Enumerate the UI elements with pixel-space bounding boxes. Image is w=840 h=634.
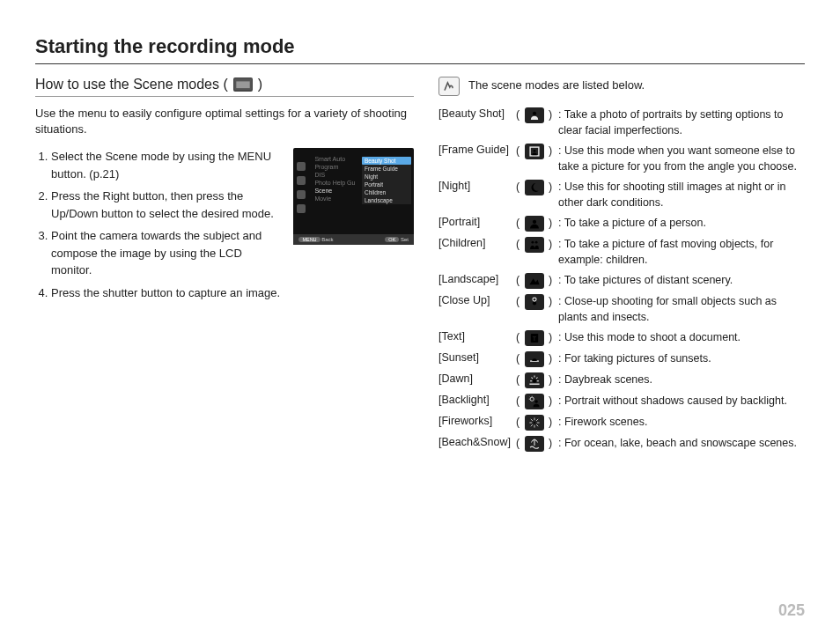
fireworks-icon bbox=[525, 415, 544, 431]
sunset-icon bbox=[525, 351, 544, 367]
scene-icon-cell: ( ) bbox=[516, 370, 558, 391]
table-row: [Text]( ): Use this mode to shoot a docu… bbox=[438, 328, 805, 349]
scene-icon-cell: ( ) bbox=[516, 177, 558, 213]
intro-text: Use the menu to easily configure optimal… bbox=[35, 106, 414, 137]
scene-label: [Portrait] bbox=[438, 213, 516, 234]
scene-label: [Beauty Shot] bbox=[438, 105, 516, 141]
left-column: How to use the Scene modes ( ) Use the m… bbox=[35, 77, 414, 454]
content-columns: How to use the Scene modes ( ) Use the m… bbox=[35, 77, 805, 454]
table-row: [Landscape]( ): To take pictures of dist… bbox=[438, 270, 805, 291]
scene-desc: : To take a picture of a person. bbox=[558, 213, 805, 234]
table-row: [Dawn]( ): Daybreak scenes. bbox=[438, 370, 805, 391]
scene-label: [Children] bbox=[438, 234, 516, 270]
subheading-suffix: ) bbox=[258, 77, 262, 92]
scene-list-table: [Beauty Shot]( ): Take a photo of portra… bbox=[438, 105, 805, 454]
scene-label: [Landscape] bbox=[438, 270, 516, 291]
scene-icon bbox=[233, 77, 253, 92]
scene-label: [Beach&Snow] bbox=[438, 433, 516, 454]
submenu-item: Night bbox=[362, 173, 411, 181]
scene-icon-cell: ( ) bbox=[516, 105, 558, 141]
steps-row: Select the Scene mode by using the MENU … bbox=[35, 148, 414, 306]
frame-icon bbox=[525, 144, 544, 159]
scene-subheading: How to use the Scene modes ( ) bbox=[35, 77, 414, 97]
table-row: [Children]( ): To take a picture of fast… bbox=[438, 234, 805, 270]
subheading-prefix: How to use the Scene modes ( bbox=[35, 77, 228, 92]
table-row: [Beauty Shot]( ): Take a photo of portra… bbox=[438, 105, 805, 141]
scene-icon-cell: ( ) bbox=[516, 391, 558, 412]
table-row: [Fireworks]( ): Firework scenes. bbox=[438, 412, 805, 433]
scene-icon-cell: ( ) bbox=[516, 433, 558, 454]
list-item: Select the Scene mode by using the MENU … bbox=[51, 148, 284, 182]
scene-desc: : To take pictures of distant scenery. bbox=[558, 270, 805, 291]
list-item: Press the shutter button to capture an i… bbox=[51, 284, 284, 302]
submenu-item: Portrait bbox=[362, 181, 411, 188]
scene-desc: : For ocean, lake, beach and snowscape s… bbox=[558, 433, 805, 454]
backlight-icon bbox=[525, 394, 544, 409]
submenu-item: Landscape bbox=[362, 196, 411, 204]
scene-desc: : Firework scenes. bbox=[558, 412, 805, 433]
scene-icon-cell: ( ) bbox=[516, 412, 558, 433]
night-icon bbox=[525, 180, 544, 195]
list-item: Point the camera towards the subject and… bbox=[51, 227, 284, 279]
scene-icon-cell: ( ) bbox=[516, 141, 558, 177]
beauty-icon bbox=[525, 107, 544, 123]
scene-desc: : Use this for shooting still images at … bbox=[558, 177, 805, 213]
text-icon bbox=[525, 330, 544, 346]
scene-desc: : Use this mode when you want someone el… bbox=[558, 141, 805, 177]
scene-icon-cell: ( ) bbox=[516, 234, 558, 270]
scene-icon-cell: ( ) bbox=[516, 213, 558, 234]
svg-rect-1 bbox=[236, 82, 249, 89]
submenu-item: Children bbox=[362, 188, 411, 196]
scene-label: [Close Up] bbox=[438, 291, 516, 328]
dawn-icon bbox=[525, 372, 544, 388]
scene-desc: : Use this mode to shoot a document. bbox=[558, 328, 805, 349]
scene-desc: : Close-up shooting for small objects su… bbox=[558, 291, 805, 328]
list-item: Press the Right button, then press the U… bbox=[51, 188, 284, 222]
scene-desc: : For taking pictures of sunsets. bbox=[558, 349, 805, 370]
scene-label: [Fireworks] bbox=[438, 412, 516, 433]
note-row: The scene modes are listed below. bbox=[438, 77, 805, 96]
menu-back-btn: MENU bbox=[298, 237, 320, 242]
scene-desc: : Portrait without shadows caused by bac… bbox=[558, 391, 805, 412]
menu-back-label: Back bbox=[321, 237, 333, 242]
scene-icon-cell: ( ) bbox=[516, 291, 558, 328]
scene-icon-cell: ( ) bbox=[516, 349, 558, 370]
submenu-item: Frame Guide bbox=[362, 165, 411, 173]
scene-label: [Backlight] bbox=[438, 391, 516, 412]
scene-desc: : Daybreak scenes. bbox=[558, 370, 805, 391]
note-icon bbox=[438, 77, 460, 96]
page-number: 025 bbox=[778, 601, 805, 620]
menu-footer: MENU Back OK Set bbox=[293, 234, 414, 245]
beachsnow-icon bbox=[525, 436, 544, 452]
portrait-icon bbox=[525, 216, 544, 232]
table-row: [Beach&Snow]( ): For ocean, lake, beach … bbox=[438, 433, 805, 454]
table-row: [Sunset]( ): For taking pictures of suns… bbox=[438, 349, 805, 370]
landscape-icon bbox=[525, 273, 544, 289]
closeup-icon bbox=[525, 294, 544, 310]
menu-screenshot: Smart Auto Program DIS Photo Help Gu Sce… bbox=[293, 148, 414, 245]
menu-ok-btn: OK bbox=[385, 237, 399, 242]
scene-desc: : To take a picture of fast moving objec… bbox=[558, 234, 805, 270]
page-title: Starting the recording mode bbox=[35, 35, 805, 64]
scene-label: [Night] bbox=[438, 177, 516, 213]
scene-icon-cell: ( ) bbox=[516, 270, 558, 291]
right-column: The scene modes are listed below. T [Bea… bbox=[438, 77, 805, 454]
table-row: [Portrait]( ): To take a picture of a pe… bbox=[438, 213, 805, 234]
note-text: The scene modes are listed below. bbox=[468, 77, 645, 92]
scene-label: [Text] bbox=[438, 328, 516, 349]
scene-label: [Frame Guide] bbox=[438, 141, 516, 177]
scene-label: [Sunset] bbox=[438, 349, 516, 370]
table-row: [Backlight]( ): Portrait without shadows… bbox=[438, 391, 805, 412]
table-row: [Close Up]( ): Close-up shooting for sma… bbox=[438, 291, 805, 328]
scene-desc: : Take a photo of portraits by setting o… bbox=[558, 105, 805, 141]
steps-list: Select the Scene mode by using the MENU … bbox=[35, 148, 284, 306]
scene-label: [Dawn] bbox=[438, 370, 516, 391]
submenu-item-selected: Beauty Shot bbox=[362, 157, 411, 165]
children-icon bbox=[525, 237, 544, 253]
menu-set-label: Set bbox=[401, 237, 409, 242]
table-row: [Night]( ): Use this for shooting still … bbox=[438, 177, 805, 213]
scene-icon-cell: ( ) bbox=[516, 328, 558, 349]
table-row: [Frame Guide]( ): Use this mode when you… bbox=[438, 141, 805, 177]
